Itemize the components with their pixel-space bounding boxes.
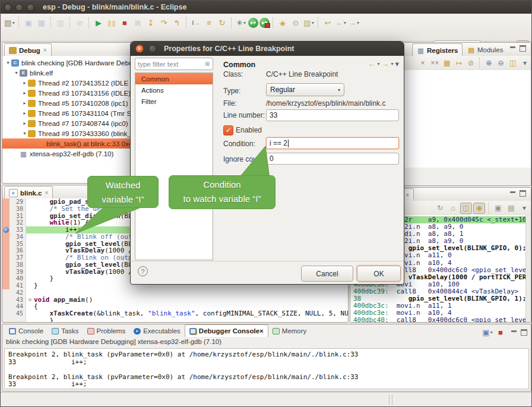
enable-selected-icon[interactable]: ▦ [441, 58, 452, 69]
expand-icon[interactable]: ▸ [21, 90, 28, 96]
minimize-icon[interactable] [509, 45, 516, 52]
minimize-icon[interactable] [511, 329, 517, 336]
close-icon[interactable]: × [406, 192, 409, 198]
statusbar-drag-handle[interactable] [389, 395, 392, 405]
last-edit-location-icon[interactable]: ↩ [322, 17, 334, 29]
collapse-icon[interactable]: ▾ [21, 131, 28, 136]
maximize-icon[interactable] [520, 45, 526, 52]
window-close-button[interactable] [4, 4, 12, 11]
window-minimize-button[interactable] [15, 4, 23, 11]
editor-line[interactable]: 45 xTaskCreate(&blink_task, "blink_task"… [2, 310, 348, 317]
open-new-view-icon[interactable]: ▣ [492, 203, 504, 214]
resume-icon[interactable]: ▶ [93, 17, 104, 29]
tab-registers[interactable]: ▥Registers [412, 43, 463, 56]
display-selected-console-icon[interactable]: ▣▾ [482, 326, 493, 338]
annotation-navigation-icon[interactable]: ▨▾ [303, 17, 315, 29]
tab-memory[interactable]: Memory [268, 325, 311, 337]
chevron-down-icon[interactable]: ▾ [243, 20, 246, 26]
ignore-count-input[interactable]: 0 [266, 153, 399, 165]
external-tools-icon[interactable]: ▸▾ [259, 18, 270, 28]
expand-all-icon[interactable]: ⊕ [483, 58, 494, 69]
type-dropdown[interactable]: Regular ▾ [266, 83, 344, 96]
tab-tasks[interactable]: Tasks [48, 325, 83, 337]
close-icon[interactable]: × [43, 47, 47, 53]
chevron-down-icon[interactable]: ▾ [254, 20, 256, 26]
save-icon[interactable]: ▣ [23, 17, 34, 29]
close-icon[interactable]: × [45, 190, 48, 196]
console-output[interactable]: Breakpoint 2, blink_task (pvParameter=0x… [4, 348, 529, 389]
maximize-icon[interactable] [520, 190, 526, 197]
chevron-down-icon[interactable]: ▾ [265, 20, 268, 26]
chevron-down-icon[interactable]: ▾ [391, 61, 393, 67]
tab-executables[interactable]: ▸Executables [129, 325, 185, 337]
link-with-view-icon[interactable]: ◫ [508, 58, 518, 69]
step-into-icon[interactable]: ↧ [145, 17, 157, 29]
editor-line[interactable]: } [2, 317, 348, 322]
instruction-stepping-icon[interactable]: i→ [190, 17, 202, 29]
line-number-input[interactable]: 33 [266, 109, 399, 121]
tab-modules[interactable]: ▤Modules [463, 43, 507, 56]
collapse-all-icon[interactable]: ⊖ [495, 58, 506, 69]
filter-input[interactable]: type filter text ⊗ [135, 58, 213, 70]
pin-view-icon[interactable]: ▤ [505, 203, 517, 214]
tab-debugger-console[interactable]: Debugger Console× [185, 324, 268, 337]
remove-selected-icon[interactable]: × [417, 58, 428, 69]
fold-collapse-icon[interactable]: ⊖ [26, 296, 34, 304]
remove-all-icon[interactable]: ×× [429, 58, 440, 69]
dialog-section-common[interactable]: Common [135, 73, 213, 84]
show-source-lookup-icon[interactable]: ≡ [203, 17, 215, 29]
chevron-down-icon[interactable]: ▾ [344, 20, 346, 26]
forward-icon[interactable]: →▾ [348, 17, 360, 29]
new-wizard-icon[interactable]: ▤▾ [4, 17, 15, 29]
disassembly-line[interactable]: 400dbc40: call8 0x400dc6c0 <gpio_set_lev… [353, 317, 526, 322]
binary-console-icon[interactable]: ▥ [55, 17, 66, 29]
home-icon[interactable]: ⌂ [447, 203, 459, 214]
close-icon[interactable]: × [259, 327, 264, 335]
condition-input[interactable]: i == 2 [266, 137, 399, 149]
view-menu-icon[interactable]: ▾ [520, 58, 530, 69]
open-task-icon[interactable]: ◈ [277, 17, 289, 29]
chevron-down-icon[interactable]: ▾ [377, 61, 379, 67]
run-launch-icon[interactable]: ▸▾ [248, 18, 258, 28]
window-maximize-button[interactable] [27, 4, 34, 11]
tab-debug[interactable]: Debug × [4, 43, 52, 56]
help-icon[interactable]: ? [138, 266, 148, 276]
collapse-icon[interactable]: ▾ [13, 70, 20, 75]
sync-context-icon[interactable]: ◫ [460, 203, 472, 214]
suspend-icon[interactable]: ▮▮ [106, 17, 118, 29]
refresh-views-icon[interactable]: ↻ [216, 17, 228, 29]
editor-line[interactable]: 43⊖void app_main() [2, 296, 348, 304]
save-all-icon[interactable]: ▦ [36, 17, 48, 29]
back-icon[interactable]: ← [368, 59, 375, 68]
goto-register-icon[interactable]: ↦ [454, 58, 464, 69]
cancel-button[interactable]: Cancel [301, 266, 353, 282]
terminate-console-icon[interactable]: ■ [495, 326, 506, 338]
maximize-icon[interactable] [521, 329, 527, 336]
chevron-down-icon[interactable]: ▾ [357, 20, 359, 26]
dialog-close-button[interactable]: × [135, 45, 144, 53]
chevron-down-icon[interactable]: ▾ [12, 20, 15, 26]
enabled-checkbox[interactable] [223, 125, 233, 135]
expand-icon[interactable]: ▸ [21, 100, 28, 106]
terminate-icon[interactable]: ■ [119, 17, 131, 29]
breakpoint-icon[interactable]: ✓ [3, 227, 9, 233]
dialog-minimize-button[interactable] [148, 45, 157, 53]
show-source-icon[interactable]: ◉ [473, 203, 485, 214]
forward-icon[interactable]: → [381, 59, 389, 68]
search-icon[interactable]: ⊙ [290, 17, 302, 29]
skip-all-breakpoints-icon[interactable]: ⊘ [74, 17, 86, 29]
deselect-default-icon[interactable]: ⊘ [466, 58, 476, 69]
collapse-icon[interactable]: ▾ [5, 60, 11, 65]
expand-icon[interactable]: ▸ [21, 121, 28, 126]
back-icon[interactable]: ←▾ [335, 17, 347, 29]
ok-button[interactable]: OK [357, 266, 401, 282]
debug-launch-icon[interactable]: ✳▾ [235, 17, 247, 29]
dialog-section-actions[interactable]: Actions [135, 84, 213, 96]
view-menu-icon[interactable]: ▾ [518, 203, 530, 214]
refresh-icon[interactable]: ↻ [434, 203, 446, 214]
scrollbar[interactable] [525, 215, 531, 322]
chevron-down-icon[interactable]: ▾ [312, 20, 314, 26]
step-over-icon[interactable]: ↷ [158, 17, 170, 29]
tab-problems[interactable]: Problems [83, 325, 130, 337]
tab-console[interactable]: Console [5, 325, 48, 337]
